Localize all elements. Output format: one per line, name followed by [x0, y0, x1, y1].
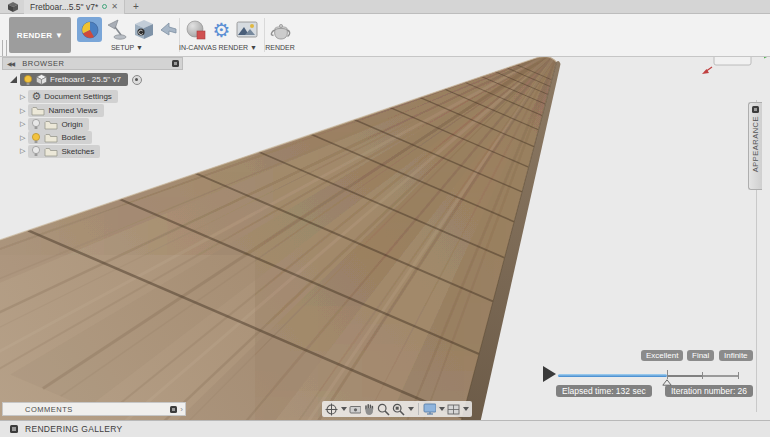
row-label: Document Settings	[44, 92, 112, 101]
folder-icon	[44, 132, 58, 143]
in-canvas-render-group-label[interactable]: IN-CANVAS RENDER ▼	[173, 44, 263, 51]
fusion360-window: Fretboar...5.5" v7* ✕ + RENDER ▼	[0, 0, 770, 437]
workspace-label: RENDER ▼	[17, 31, 63, 40]
browser-options-icon[interactable]	[172, 60, 179, 67]
browser-title: BROWSER	[22, 59, 64, 68]
browser-row-named-views[interactable]: ▷ Named Views	[20, 104, 104, 117]
zoom-icon[interactable]	[377, 403, 390, 416]
bulb-on-icon[interactable]	[23, 74, 33, 86]
render-play-button[interactable]	[543, 366, 556, 382]
comments-bar[interactable]: COMMENTS ›	[2, 402, 186, 416]
row-label: Sketches	[61, 147, 94, 156]
pan-hand-icon[interactable]	[363, 403, 375, 416]
render-track-end	[702, 375, 738, 377]
browser-row-sketches[interactable]: ▷ Sketches	[20, 145, 100, 158]
unsaved-indicator-icon	[102, 4, 107, 9]
viewports-grid-icon[interactable]	[447, 404, 460, 415]
in-canvas-settings-icon[interactable]: ⚙	[209, 17, 234, 42]
in-canvas-render-icon[interactable]	[183, 17, 208, 42]
zoom-dropdown-icon[interactable]	[408, 407, 414, 411]
orbit-dropdown-icon[interactable]	[341, 407, 347, 411]
collapsed-triangle-icon[interactable]: ▷	[20, 120, 25, 128]
appearance-panel-label: APPEARANCE	[751, 116, 760, 172]
workspace-dropdown[interactable]: RENDER ▼	[9, 17, 71, 53]
activate-component-radio[interactable]	[132, 75, 142, 85]
rendering-gallery-icon[interactable]	[10, 425, 18, 433]
comments-chevron-icon[interactable]: ›	[180, 405, 183, 414]
comments-label: COMMENTS	[25, 405, 73, 414]
collapsed-triangle-icon[interactable]: ▷	[20, 93, 25, 101]
rendering-gallery-label[interactable]: RENDERING GALLERY	[25, 424, 123, 434]
quality-badge-final: Final	[687, 350, 714, 361]
bulb-off-icon[interactable]	[31, 145, 41, 157]
iteration-number-badge: Iteration number: 26	[665, 385, 753, 397]
comments-expand-icon[interactable]	[170, 406, 177, 413]
tab-close-icon[interactable]: ✕	[111, 3, 118, 11]
navigation-bar	[322, 401, 472, 417]
browser-row-document-settings[interactable]: ▷ ⚙ Document Settings	[20, 90, 118, 103]
viewports-dropdown-icon[interactable]	[463, 407, 469, 411]
setup-group-label[interactable]: SETUP ▼	[92, 44, 162, 51]
document-tab[interactable]: Fretboar...5.5" v7* ✕	[24, 0, 125, 14]
render-quality-icon[interactable]	[156, 17, 181, 42]
elapsed-time-badge: Elapsed time: 132 sec	[556, 385, 652, 397]
zoom-window-icon[interactable]	[392, 403, 405, 416]
status-bar: RENDERING GALLERY	[0, 420, 770, 437]
browser-row-origin[interactable]: ▷ Origin	[20, 118, 89, 131]
render-group-label[interactable]: RENDER	[258, 44, 302, 51]
look-at-icon[interactable]	[349, 404, 362, 415]
expand-triangle-icon[interactable]	[10, 76, 17, 83]
appearance-icon[interactable]	[77, 17, 102, 42]
appearance-panel-icon	[752, 106, 759, 113]
browser-collapse-icon[interactable]: ◀◀	[7, 60, 14, 67]
row-label: Named Views	[48, 106, 97, 115]
document-tab-title: Fretboar...5.5" v7*	[30, 2, 98, 12]
scene-settings-icon[interactable]	[104, 17, 129, 42]
browser-header[interactable]: ◀◀ BROWSER	[2, 57, 183, 70]
bulb-off-icon[interactable]	[31, 118, 41, 130]
navbar-separator	[418, 403, 419, 415]
toolbar: RENDER ▼	[0, 14, 770, 57]
render-track-mid	[667, 375, 702, 377]
display-settings-dropdown-icon[interactable]	[439, 407, 445, 411]
document-tab-bar: Fretboar...5.5" v7* ✕ +	[0, 0, 770, 14]
tick-excellent	[667, 370, 668, 379]
new-tab-button[interactable]: +	[125, 1, 147, 12]
component-cube-icon	[36, 74, 47, 85]
folder-icon	[31, 105, 45, 116]
settings-gear-icon: ⚙	[31, 91, 41, 102]
browser-row-root[interactable]: Fretboard - 25.5" v7	[10, 73, 142, 86]
texture-map-icon[interactable]	[131, 17, 156, 42]
collapsed-triangle-icon[interactable]: ▷	[20, 107, 25, 115]
bulb-on-icon[interactable]	[31, 132, 41, 144]
appearance-panel-tab[interactable]: APPEARANCE	[748, 102, 762, 190]
quality-badge-excellent: Excellent	[641, 350, 683, 361]
capture-image-icon[interactable]	[234, 17, 259, 42]
row-label: Bodies	[61, 133, 85, 142]
fusion-logo-icon	[6, 1, 20, 13]
row-label: Origin	[61, 120, 82, 129]
tick-final	[702, 372, 703, 379]
tick-infinite	[738, 372, 739, 379]
folder-icon	[44, 119, 58, 130]
collapsed-triangle-icon[interactable]: ▷	[20, 147, 25, 155]
collapsed-triangle-icon[interactable]: ▷	[20, 134, 25, 142]
orbit-icon[interactable]	[325, 403, 338, 416]
browser-row-bodies[interactable]: ▷ Bodies	[20, 131, 92, 144]
render-teapot-icon[interactable]	[268, 17, 293, 42]
root-component-selected[interactable]: Fretboard - 25.5" v7	[20, 73, 128, 86]
root-component-label: Fretboard - 25.5" v7	[50, 75, 121, 84]
folder-icon	[44, 146, 58, 157]
quality-badge-infinite: Infinite	[719, 350, 753, 361]
render-progress-bar	[558, 374, 667, 377]
display-settings-icon[interactable]	[423, 403, 437, 415]
toolbar-drag-handle[interactable]	[2, 40, 7, 56]
